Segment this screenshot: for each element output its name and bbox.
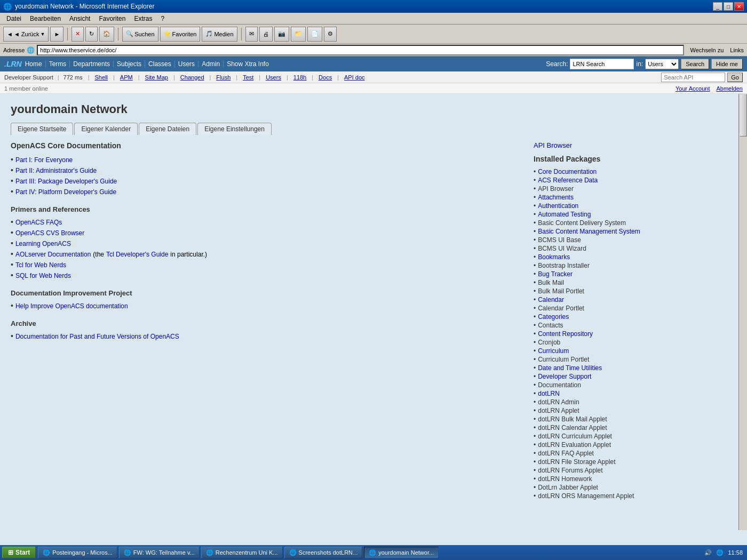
media-button[interactable]: 🎵 Medien <box>202 27 237 42</box>
aolserver-link[interactable]: AOLserver Documentation <box>15 251 91 258</box>
package-link[interactable]: Developer Support <box>538 373 591 380</box>
nav-departments[interactable]: Departments <box>69 60 113 68</box>
nav-users[interactable]: Users <box>174 60 198 68</box>
stop-button[interactable]: ✕ <box>71 27 84 42</box>
package-link[interactable]: Automated Testing <box>538 211 591 218</box>
back-button[interactable]: ◄ ◄ Zurück ▼ <box>3 27 49 42</box>
118h-link[interactable]: 118h <box>293 74 306 81</box>
test-link[interactable]: Test <box>243 74 253 81</box>
abmelden-link[interactable]: Abmelden <box>716 85 743 92</box>
refresh-button[interactable]: ↻ <box>85 27 98 42</box>
lrn-hide-button[interactable]: Hide me <box>711 59 743 69</box>
favorites-button[interactable]: ⭐ Favoriten <box>160 27 201 42</box>
taskbar-item-icon: 🌐 <box>289 549 297 556</box>
changed-link[interactable]: Changed <box>180 74 204 81</box>
tab-startseite[interactable]: Eigene Startseite <box>11 123 73 135</box>
shell-link[interactable]: Shell <box>95 74 108 81</box>
nav-home[interactable]: Home <box>22 60 45 68</box>
lrn-search-select[interactable]: Users Courses All <box>645 59 679 69</box>
package-link[interactable]: Authentication <box>538 202 578 210</box>
menu-favoriten[interactable]: Favoriten <box>94 14 130 23</box>
minimize-button[interactable]: _ <box>713 2 722 11</box>
help-improve-link[interactable]: Help Improve OpenACS documentation <box>15 302 128 310</box>
photo-button[interactable]: 📷 <box>274 27 289 42</box>
home-button[interactable]: 🏠 <box>99 27 114 42</box>
address-input[interactable] <box>37 45 684 55</box>
package-link[interactable]: Categories <box>538 313 569 321</box>
part2-link[interactable]: Part II: Administrator's Guide <box>15 167 97 174</box>
package-link[interactable]: Basic Content Management System <box>538 228 640 235</box>
docs-link[interactable]: Docs <box>319 74 332 81</box>
search-button[interactable]: 🔍 Suchen <box>122 27 158 42</box>
file-button[interactable]: 📄 <box>307 27 322 42</box>
tcl-nerds-link[interactable]: Tcl for Web Nerds <box>15 261 66 269</box>
api-browser-link[interactable]: API Browser <box>534 141 736 149</box>
api-doc-link[interactable]: API doc <box>344 74 365 81</box>
package-link[interactable]: Curriculum <box>538 347 569 355</box>
lrn-search-input[interactable] <box>570 59 634 69</box>
scrollbar-track[interactable] <box>738 94 747 530</box>
list-item: Part IV: Platform Developer's Guide <box>11 186 523 197</box>
part3-link[interactable]: Part III: Package Developer's Guide <box>15 178 117 185</box>
menu-extras[interactable]: Extras <box>130 14 156 23</box>
tab-dateien[interactable]: Eigene Dateien <box>139 123 196 135</box>
flush-link[interactable]: Flush <box>216 74 231 81</box>
tab-einstellungen[interactable]: Eigene Einstellungen <box>197 123 272 135</box>
sitemap-link[interactable]: Site Map <box>145 74 168 81</box>
package-link[interactable]: Date and Time Utilities <box>538 364 602 372</box>
tools-button[interactable]: ⚙ <box>324 27 337 42</box>
api-search-input[interactable] <box>661 73 725 82</box>
nav-admin[interactable]: Admin <box>198 60 223 68</box>
menu-bearbeiten[interactable]: Bearbeiten <box>26 14 65 23</box>
scrollbar-thumb[interactable] <box>740 94 747 137</box>
folder-button[interactable]: 📁 <box>291 27 306 42</box>
faqs-link[interactable]: OpenACS FAQs <box>15 219 62 226</box>
maximize-button[interactable]: □ <box>724 2 733 11</box>
package-link[interactable]: Core Documentation <box>538 168 597 175</box>
package-link[interactable]: Bug Tracker <box>538 270 573 278</box>
nav-subjects[interactable]: Subjects <box>113 60 145 68</box>
cvs-link[interactable]: OpenACS CVS Browser <box>15 229 84 237</box>
package-link[interactable]: dotLRN <box>538 390 560 397</box>
part4-link[interactable]: Part IV: Platform Developer's Guide <box>15 188 116 196</box>
content-scroll[interactable]: yourdomain Network Eigene Startseite Eig… <box>0 94 747 545</box>
taskbar-item[interactable]: 🌐 Posteingang - Micros... <box>38 547 117 558</box>
package-link[interactable]: Content Repository <box>538 330 593 338</box>
start-button[interactable]: ⊞ Start <box>2 547 36 558</box>
taskbar-item[interactable]: 🌐 Screenshots dotLRN... <box>284 547 363 558</box>
list-item: Bulk Mail Portlet <box>534 287 736 295</box>
mail-button[interactable]: ✉ <box>245 27 258 42</box>
package-link[interactable]: Attachments <box>538 194 574 201</box>
menu-help[interactable]: ? <box>156 14 169 23</box>
apm-link[interactable]: APM <box>120 74 133 81</box>
sql-nerds-link[interactable]: SQL for Web Nerds <box>15 272 71 279</box>
users-link[interactable]: Users <box>266 74 281 81</box>
list-item: dotLRN ORS Management Applet <box>534 492 736 500</box>
package-link[interactable]: Bookmarks <box>538 253 570 261</box>
tab-kalender[interactable]: Eigener Kalender <box>74 123 138 135</box>
print-button[interactable]: 🖨 <box>259 27 273 42</box>
package-text: Curriculum Portlet <box>538 356 589 363</box>
tcl-guide-link[interactable]: Tcl Developer's Guide <box>106 251 168 258</box>
taskbar-item[interactable]: 🌐 FW: WG: Teilnahme v... <box>119 547 200 558</box>
close-button[interactable]: ✕ <box>734 2 744 11</box>
taskbar-item[interactable]: 🌐 yourdomain Networ... <box>364 547 439 558</box>
list-item: Bookmarks <box>534 253 736 261</box>
nav-classes[interactable]: Classes <box>145 60 174 68</box>
package-link[interactable]: ACS Reference Data <box>538 177 598 184</box>
menu-datei[interactable]: Datei <box>2 14 26 23</box>
taskbar-item[interactable]: 🌐 Rechenzentrum Uni K... <box>201 547 283 558</box>
learning-link[interactable]: Learning OpenACS <box>15 240 71 247</box>
api-go-button[interactable]: Go <box>727 73 743 82</box>
forward-button[interactable]: ► <box>50 27 63 42</box>
menu-ansicht[interactable]: Ansicht <box>65 14 94 23</box>
part1-link[interactable]: Part I: For Everyone <box>15 156 73 164</box>
archive-link[interactable]: Documentation for Past and Future Versio… <box>15 333 179 340</box>
your-account-link[interactable]: Your Account <box>676 85 710 92</box>
nav-terms[interactable]: Terms <box>45 60 70 68</box>
package-link[interactable]: Calendar <box>538 296 564 303</box>
metrics: 772 ms <box>63 74 83 81</box>
nav-show-xtra[interactable]: Show Xtra Info <box>223 60 272 68</box>
dev-bar: Developer Support | 772 ms | Shell | APM… <box>0 71 747 83</box>
lrn-search-button[interactable]: Search <box>681 59 709 69</box>
